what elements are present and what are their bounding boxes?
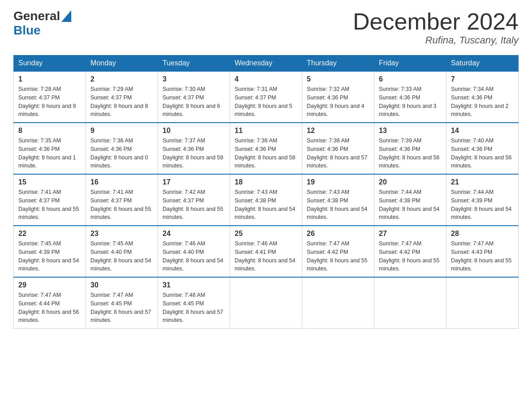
calendar-day-cell: 2Sunrise: 7:29 AMSunset: 4:37 PMDaylight… [86, 71, 158, 123]
day-number: 12 [307, 127, 369, 135]
calendar-empty-cell [446, 277, 519, 329]
day-info: Sunrise: 7:29 AMSunset: 4:37 PMDaylight:… [90, 85, 153, 119]
calendar-day-cell: 31Sunrise: 7:48 AMSunset: 4:45 PMDayligh… [158, 277, 230, 329]
calendar-day-cell: 25Sunrise: 7:46 AMSunset: 4:41 PMDayligh… [230, 226, 302, 277]
day-number: 23 [90, 230, 153, 238]
svg-marker-0 [61, 10, 71, 22]
calendar-day-cell: 21Sunrise: 7:44 AMSunset: 4:39 PMDayligh… [446, 174, 519, 226]
day-number: 2 [90, 75, 153, 83]
calendar-day-cell: 5Sunrise: 7:32 AMSunset: 4:36 PMDaylight… [302, 71, 374, 123]
calendar-day-cell: 27Sunrise: 7:47 AMSunset: 4:42 PMDayligh… [374, 226, 446, 277]
calendar-day-cell: 28Sunrise: 7:47 AMSunset: 4:43 PMDayligh… [446, 226, 519, 277]
calendar-week-row: 15Sunrise: 7:41 AMSunset: 4:37 PMDayligh… [14, 174, 519, 226]
calendar-week-row: 1Sunrise: 7:28 AMSunset: 4:37 PMDaylight… [14, 71, 519, 123]
header-thursday: Thursday [302, 56, 374, 72]
day-info: Sunrise: 7:33 AMSunset: 4:36 PMDaylight:… [379, 85, 442, 119]
day-info: Sunrise: 7:46 AMSunset: 4:40 PMDaylight:… [163, 240, 225, 273]
day-number: 21 [451, 178, 514, 186]
calendar-day-cell: 29Sunrise: 7:47 AMSunset: 4:44 PMDayligh… [14, 277, 86, 329]
day-number: 10 [163, 127, 225, 135]
day-number: 19 [307, 178, 369, 186]
calendar-week-row: 22Sunrise: 7:45 AMSunset: 4:39 PMDayligh… [14, 226, 519, 277]
logo-blue-text: Blue [13, 23, 41, 38]
day-number: 28 [451, 230, 514, 238]
day-number: 22 [18, 230, 81, 238]
calendar-day-cell: 13Sunrise: 7:39 AMSunset: 4:36 PMDayligh… [374, 123, 446, 174]
calendar-day-cell: 23Sunrise: 7:45 AMSunset: 4:40 PMDayligh… [86, 226, 158, 277]
header-sunday: Sunday [14, 56, 86, 72]
day-number: 3 [163, 75, 225, 83]
day-info: Sunrise: 7:37 AMSunset: 4:36 PMDaylight:… [163, 137, 225, 170]
calendar-day-cell: 3Sunrise: 7:30 AMSunset: 4:37 PMDaylight… [158, 71, 230, 123]
calendar-day-cell: 18Sunrise: 7:43 AMSunset: 4:38 PMDayligh… [230, 174, 302, 226]
day-number: 1 [18, 75, 81, 83]
day-info: Sunrise: 7:41 AMSunset: 4:37 PMDaylight:… [90, 188, 153, 222]
calendar-day-cell: 20Sunrise: 7:44 AMSunset: 4:38 PMDayligh… [374, 174, 446, 226]
calendar-empty-cell [230, 277, 302, 329]
logo: General Blue [13, 9, 71, 38]
header-friday: Friday [374, 56, 446, 72]
day-number: 16 [90, 178, 153, 186]
day-info: Sunrise: 7:43 AMSunset: 4:38 PMDaylight:… [307, 188, 369, 222]
day-number: 13 [379, 127, 442, 135]
day-info: Sunrise: 7:47 AMSunset: 4:42 PMDaylight:… [307, 240, 369, 273]
day-number: 31 [163, 281, 225, 289]
day-number: 14 [451, 127, 514, 135]
day-number: 24 [163, 230, 225, 238]
calendar-day-cell: 19Sunrise: 7:43 AMSunset: 4:38 PMDayligh… [302, 174, 374, 226]
day-number: 30 [90, 281, 153, 289]
day-info: Sunrise: 7:44 AMSunset: 4:39 PMDaylight:… [451, 188, 514, 222]
day-number: 9 [90, 127, 153, 135]
calendar-day-cell: 30Sunrise: 7:47 AMSunset: 4:45 PMDayligh… [86, 277, 158, 329]
calendar-day-cell: 6Sunrise: 7:33 AMSunset: 4:36 PMDaylight… [374, 71, 446, 123]
calendar-week-row: 8Sunrise: 7:35 AMSunset: 4:36 PMDaylight… [14, 123, 519, 174]
day-info: Sunrise: 7:45 AMSunset: 4:40 PMDaylight:… [90, 240, 153, 273]
day-number: 5 [307, 75, 369, 83]
day-info: Sunrise: 7:47 AMSunset: 4:43 PMDaylight:… [451, 240, 514, 273]
day-info: Sunrise: 7:36 AMSunset: 4:36 PMDaylight:… [90, 137, 153, 170]
day-info: Sunrise: 7:35 AMSunset: 4:36 PMDaylight:… [18, 137, 81, 170]
header-saturday: Saturday [446, 56, 519, 72]
day-info: Sunrise: 7:32 AMSunset: 4:36 PMDaylight:… [307, 85, 369, 119]
title-block: December 2024 Rufina, Tuscany, Italy [353, 9, 519, 46]
day-info: Sunrise: 7:38 AMSunset: 4:36 PMDaylight:… [235, 137, 297, 170]
calendar-day-cell: 11Sunrise: 7:38 AMSunset: 4:36 PMDayligh… [230, 123, 302, 174]
calendar-table: SundayMondayTuesdayWednesdayThursdayFrid… [13, 55, 519, 329]
calendar-day-cell: 12Sunrise: 7:38 AMSunset: 4:36 PMDayligh… [302, 123, 374, 174]
header-wednesday: Wednesday [230, 56, 302, 72]
page-header: General Blue December 2024 Rufina, Tusca… [13, 9, 519, 46]
calendar-day-cell: 14Sunrise: 7:40 AMSunset: 4:36 PMDayligh… [446, 123, 519, 174]
day-number: 7 [451, 75, 514, 83]
day-info: Sunrise: 7:45 AMSunset: 4:39 PMDaylight:… [18, 240, 81, 273]
day-info: Sunrise: 7:40 AMSunset: 4:36 PMDaylight:… [451, 137, 514, 170]
day-number: 4 [235, 75, 297, 83]
day-number: 17 [163, 178, 225, 186]
day-number: 8 [18, 127, 81, 135]
day-info: Sunrise: 7:47 AMSunset: 4:42 PMDaylight:… [379, 240, 442, 273]
day-info: Sunrise: 7:34 AMSunset: 4:36 PMDaylight:… [451, 85, 514, 119]
day-info: Sunrise: 7:47 AMSunset: 4:45 PMDaylight:… [90, 291, 153, 325]
calendar-empty-cell [374, 277, 446, 329]
day-info: Sunrise: 7:43 AMSunset: 4:38 PMDaylight:… [235, 188, 297, 222]
calendar-day-cell: 22Sunrise: 7:45 AMSunset: 4:39 PMDayligh… [14, 226, 86, 277]
header-tuesday: Tuesday [158, 56, 230, 72]
day-number: 6 [379, 75, 442, 83]
day-info: Sunrise: 7:38 AMSunset: 4:36 PMDaylight:… [307, 137, 369, 170]
day-info: Sunrise: 7:28 AMSunset: 4:37 PMDaylight:… [18, 85, 81, 119]
day-info: Sunrise: 7:47 AMSunset: 4:44 PMDaylight:… [18, 291, 81, 325]
day-number: 20 [379, 178, 442, 186]
day-number: 29 [18, 281, 81, 289]
location-title: Rufina, Tuscany, Italy [353, 34, 519, 46]
calendar-day-cell: 24Sunrise: 7:46 AMSunset: 4:40 PMDayligh… [158, 226, 230, 277]
calendar-day-cell: 8Sunrise: 7:35 AMSunset: 4:36 PMDaylight… [14, 123, 86, 174]
calendar-day-cell: 4Sunrise: 7:31 AMSunset: 4:37 PMDaylight… [230, 71, 302, 123]
calendar-week-row: 29Sunrise: 7:47 AMSunset: 4:44 PMDayligh… [14, 277, 519, 329]
logo-icon [61, 10, 71, 22]
day-number: 18 [235, 178, 297, 186]
calendar-day-cell: 17Sunrise: 7:42 AMSunset: 4:37 PMDayligh… [158, 174, 230, 226]
day-info: Sunrise: 7:44 AMSunset: 4:38 PMDaylight:… [379, 188, 442, 222]
calendar-header-row: SundayMondayTuesdayWednesdayThursdayFrid… [14, 56, 519, 72]
day-info: Sunrise: 7:46 AMSunset: 4:41 PMDaylight:… [235, 240, 297, 273]
day-number: 25 [235, 230, 297, 238]
day-number: 15 [18, 178, 81, 186]
